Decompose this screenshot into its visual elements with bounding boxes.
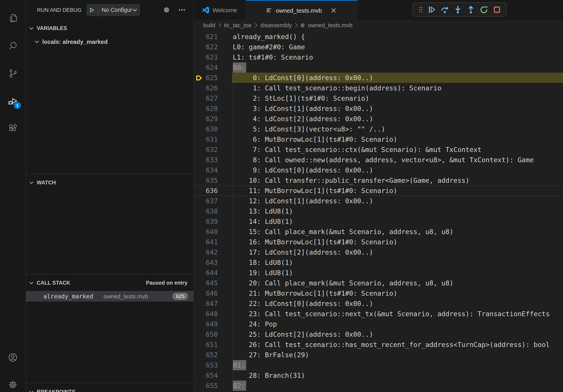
line-number[interactable]: 624: [194, 62, 232, 73]
line-number[interactable]: 650: [194, 329, 232, 340]
step-out-icon[interactable]: [464, 3, 477, 15]
line-text[interactable]: 8: Call owned::new(address, address, vec…: [232, 155, 563, 165]
run-and-debug-icon[interactable]: 1: [0, 91, 26, 111]
line-number[interactable]: 623: [194, 52, 232, 62]
line-text[interactable]: 3: LdConst[1](address: 0x00..): [232, 104, 563, 114]
line-number[interactable]: 652: [194, 350, 232, 360]
line-text[interactable]: 17: LdConst[2](address: 0x00..): [232, 247, 563, 257]
line-text[interactable]: 9: LdConst[0](address: 0x00..): [232, 165, 563, 175]
line-number[interactable]: 632: [194, 144, 232, 155]
line-number[interactable]: 640: [194, 227, 232, 237]
line-number[interactable]: 651: [194, 340, 232, 350]
line-text[interactable]: 16: MutBorrowLoc[1](ts#1#0: Scenario): [232, 237, 563, 247]
line-number[interactable]: 635: [194, 175, 232, 185]
line-text[interactable]: 11: MutBorrowLoc[1](ts#1#0: Scenario): [232, 185, 563, 196]
locals-tree-item[interactable]: locals: already_marked: [26, 36, 194, 47]
accounts-icon[interactable]: [0, 348, 26, 367]
line-text[interactable]: 0: LdConst[0](address: 0x00..): [232, 73, 563, 83]
line-text[interactable]: 1: Call test_scenario::begin(address): S…: [232, 83, 563, 93]
line-number[interactable]: 643: [194, 257, 232, 268]
line-text[interactable]: L0: game#2#0: Game: [232, 42, 563, 52]
line-number[interactable]: 648: [194, 309, 232, 319]
line-number[interactable]: 655: [194, 380, 232, 391]
line-text[interactable]: 24: Pop: [232, 319, 563, 329]
line-text[interactable]: L1: ts#1#0: Scenario: [232, 52, 563, 62]
search-icon[interactable]: [0, 36, 26, 55]
line-text[interactable]: 13: LdU8(1): [232, 206, 563, 216]
debug-config-label[interactable]: No Configura: [98, 7, 132, 13]
stack-frame-row[interactable]: already_marked owned_tests.mvb 625: [26, 291, 194, 301]
line-number[interactable]: 638: [194, 206, 232, 216]
line-number[interactable]: 626: [194, 83, 232, 93]
line-number[interactable]: 649: [194, 319, 232, 329]
line-number[interactable]: 637: [194, 196, 232, 206]
line-text[interactable]: 14: LdU8(1): [232, 216, 563, 227]
restart-icon[interactable]: [477, 3, 490, 15]
line-text[interactable]: 10: Call transfer::public_transfer<Game>…: [232, 175, 563, 185]
line-number[interactable]: 642: [194, 247, 232, 257]
line-text[interactable]: 26: Call test_scenario::has_most_recent_…: [232, 340, 563, 350]
line-number[interactable]: 639: [194, 216, 232, 227]
line-text[interactable]: B2:: [232, 380, 563, 391]
line-text[interactable]: 25: LdConst[2](address: 0x00..): [232, 329, 563, 340]
line-text[interactable]: 28: Branch(31): [232, 370, 563, 380]
line-number[interactable]: 654: [194, 370, 232, 380]
close-icon[interactable]: [330, 7, 337, 14]
line-number[interactable]: 622: [194, 42, 232, 52]
line-text[interactable]: 20: Call place_mark(&mut Scenario, addre…: [232, 278, 563, 288]
settings-gear-icon[interactable]: [0, 375, 26, 392]
line-text[interactable]: 6: MutBorrowLoc[1](ts#1#0: Scenario): [232, 134, 563, 144]
line-number[interactable]: 630: [194, 124, 232, 134]
line-number[interactable]: 629: [194, 114, 232, 124]
line-number[interactable]: 644: [194, 268, 232, 278]
line-text[interactable]: 4: LdConst[2](address: 0x00..): [232, 114, 563, 124]
toolbar-drag-handle-icon[interactable]: [416, 3, 425, 15]
debug-settings-gear-icon[interactable]: [163, 6, 170, 14]
line-number[interactable]: 646: [194, 288, 232, 299]
line-text[interactable]: 19: LdU8(1): [232, 268, 563, 278]
call-stack-header[interactable]: CALL STACK Paused on entry: [26, 274, 194, 288]
breadcrumb-file[interactable]: owned_tests.mvb: [300, 22, 353, 28]
start-debug-play-icon[interactable]: [86, 4, 98, 16]
line-text[interactable]: 23: Call test_scenario::next_tx(&mut Sce…: [232, 309, 563, 319]
line-number[interactable]: 634: [194, 165, 232, 175]
line-number[interactable]: 641: [194, 237, 232, 247]
breakpoints-header[interactable]: BREAKPOINTS: [26, 383, 194, 392]
line-number[interactable]: 636: [194, 185, 232, 196]
line-text[interactable]: 27: BrFalse(29): [232, 350, 563, 360]
start-debugging-control[interactable]: No Configura: [86, 4, 140, 16]
tab-welcome[interactable]: Welcome: [194, 0, 246, 20]
continue-icon[interactable]: [425, 3, 438, 15]
breadcrumb-disassembly[interactable]: disassembly: [260, 22, 292, 28]
line-number[interactable]: 633: [194, 155, 232, 165]
line-number[interactable]: 653: [194, 360, 232, 370]
breadcrumb-build[interactable]: build: [203, 22, 215, 28]
line-text[interactable]: 7: Call test_scenario::ctx(&mut Scenario…: [232, 144, 563, 155]
line-number[interactable]: 631: [194, 134, 232, 144]
line-text[interactable]: 21: MutBorrowLoc[1](ts#1#0: Scenario): [232, 288, 563, 299]
watch-header[interactable]: WATCH: [26, 174, 194, 188]
line-text[interactable]: 12: LdConst[1](address: 0x00..): [232, 196, 563, 206]
line-text[interactable]: B0:: [232, 62, 563, 73]
line-text[interactable]: 22: LdConst[0](address: 0x00..): [232, 299, 563, 309]
line-number[interactable]: 621: [194, 32, 232, 42]
line-text[interactable]: 15: Call place_mark(&mut Scenario, addre…: [232, 227, 563, 237]
extensions-icon[interactable]: [0, 119, 26, 138]
line-number[interactable]: 628: [194, 104, 232, 114]
variables-header[interactable]: VARIABLES: [26, 20, 194, 34]
tab-owned-tests[interactable]: owned_tests.mvb: [246, 0, 358, 20]
explorer-icon[interactable]: [0, 8, 26, 27]
breadcrumb-tic-tac-toe[interactable]: tic_tac_toe: [224, 22, 252, 28]
stop-icon[interactable]: [490, 3, 503, 15]
step-into-icon[interactable]: [451, 3, 464, 15]
line-text[interactable]: 5: LdConst[3](vector<u8>: "" /..): [232, 124, 563, 134]
chevron-down-icon[interactable]: [132, 8, 140, 12]
more-actions-icon[interactable]: [178, 9, 185, 11]
line-text[interactable]: 2: StLoc[1](ts#1#0: Scenario): [232, 93, 563, 104]
line-number[interactable]: 647: [194, 299, 232, 309]
line-text[interactable]: already_marked() {: [232, 32, 563, 42]
line-number[interactable]: 627: [194, 93, 232, 104]
line-text[interactable]: B1:: [232, 360, 563, 370]
line-text[interactable]: 18: LdU8(1): [232, 257, 563, 268]
step-over-icon[interactable]: [438, 3, 451, 15]
